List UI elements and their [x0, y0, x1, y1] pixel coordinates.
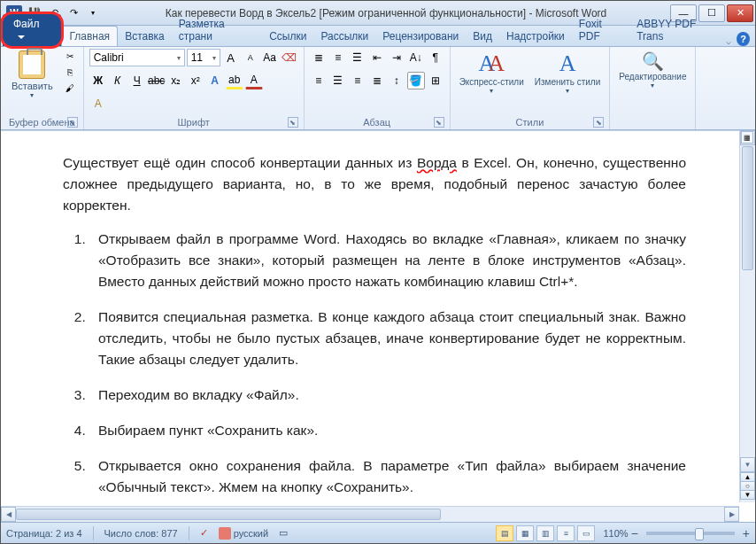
- group-label-styles: Стили⬊: [456, 115, 605, 129]
- help-icon[interactable]: ?: [737, 32, 750, 46]
- clipboard-launcher-icon[interactable]: ⬊: [67, 117, 78, 128]
- file-tab[interactable]: Файл: [3, 14, 61, 46]
- text-effects-icon[interactable]: A: [206, 72, 224, 89]
- web-view-icon[interactable]: ▥: [536, 525, 554, 541]
- tab-addins[interactable]: Надстройки: [499, 27, 572, 46]
- borders-icon[interactable]: ⊞: [427, 72, 444, 89]
- align-center-icon[interactable]: ☰: [329, 72, 347, 89]
- horizontal-scrollbar[interactable]: ◀ ▶: [1, 506, 739, 522]
- subscript-icon[interactable]: x₂: [167, 72, 185, 89]
- list-item: Открывается окно сохранения файла. В пар…: [89, 455, 686, 498]
- word-count[interactable]: Число слов: 877: [104, 528, 178, 539]
- change-styles-button[interactable]: A Изменить стили▾: [531, 49, 604, 97]
- tab-home[interactable]: Главная: [61, 26, 118, 46]
- tab-insert[interactable]: Вставка: [118, 27, 172, 46]
- scroll-left-icon[interactable]: ◀: [1, 507, 16, 522]
- align-justify-icon[interactable]: ≣: [368, 72, 386, 89]
- shading-icon[interactable]: 🪣: [407, 72, 425, 89]
- list-item: Выбираем пункт «Сохранить как».: [89, 420, 686, 441]
- group-clipboard: Вставить ▾ ✂ ⎘ 🖌 Буфер обмена⬊: [1, 47, 84, 129]
- format-painter-icon[interactable]: 🖌: [62, 81, 78, 95]
- copy-icon[interactable]: ⎘: [62, 65, 78, 79]
- align-left-icon[interactable]: ≡: [310, 72, 328, 89]
- align-right-icon[interactable]: ≡: [349, 72, 366, 89]
- group-label-editing: [615, 115, 690, 129]
- status-bar: Страница: 2 из 4 Число слов: 877 ✓ русск…: [1, 522, 755, 543]
- numbering-icon[interactable]: ≡: [329, 49, 347, 66]
- tab-foxit[interactable]: Foxit PDF: [572, 14, 629, 46]
- paragraph-launcher-icon[interactable]: ⬊: [434, 117, 444, 128]
- sort-icon[interactable]: A↓: [407, 49, 425, 66]
- strike-icon[interactable]: abc: [148, 72, 166, 89]
- scroll-down-icon[interactable]: ▼: [740, 457, 755, 472]
- list-item: Появится специальная разметка. В конце к…: [89, 307, 686, 370]
- tab-mailings[interactable]: Рассылки: [313, 27, 375, 46]
- underline-icon[interactable]: Ч: [128, 72, 146, 89]
- tab-abbyy[interactable]: ABBYY PDF Trans: [629, 14, 726, 46]
- tab-view[interactable]: Вид: [466, 27, 499, 46]
- group-font: Calibri▾ 11▾ A A Aa ⌫ Ж К Ч abc x₂ x² A …: [84, 47, 305, 129]
- group-label-paragraph: Абзац⬊: [310, 115, 444, 129]
- group-styles: AA Экспресс-стили▾ A Изменить стили▾ Сти…: [451, 47, 611, 129]
- document-area[interactable]: Существует ещё один способ конвертации д…: [1, 130, 739, 502]
- list-item: Открываем файл в программе Word. Находяс…: [89, 229, 686, 292]
- line-spacing-icon[interactable]: ↕: [388, 72, 405, 89]
- tab-references[interactable]: Ссылки: [262, 27, 313, 46]
- proofing-icon[interactable]: ✓: [200, 527, 208, 539]
- fullscreen-view-icon[interactable]: ▦: [516, 525, 534, 541]
- clipboard-icon: [19, 51, 45, 79]
- group-label-clipboard: Буфер обмена⬊: [6, 115, 78, 129]
- tab-page-layout[interactable]: Разметка страни: [172, 14, 262, 46]
- scroll-thumb[interactable]: [742, 146, 753, 270]
- ribbon-minimize-icon[interactable]: ⌵: [726, 36, 731, 46]
- indent-left-icon[interactable]: ⇤: [368, 49, 386, 66]
- paste-label: Вставить: [12, 81, 53, 91]
- indent-right-icon[interactable]: ⇥: [388, 49, 405, 66]
- cut-icon[interactable]: ✂: [62, 49, 78, 63]
- redo-icon[interactable]: ↷: [65, 4, 82, 22]
- editing-button[interactable]: 🔍 Редактирование▾: [615, 49, 690, 91]
- highlight-color-icon[interactable]: ab: [226, 72, 243, 89]
- ribbon-tabs: Файл Главная Вставка Разметка страни Ссы…: [1, 26, 755, 47]
- next-page-icon[interactable]: ▼: [740, 490, 755, 500]
- paste-button[interactable]: Вставить ▾: [6, 49, 58, 101]
- clear-format-icon[interactable]: ⌫: [281, 49, 298, 66]
- page-indicator[interactable]: Страница: 2 из 4: [6, 528, 82, 539]
- bullets-icon[interactable]: ≣: [310, 49, 328, 66]
- font-size-combo[interactable]: 11▾: [187, 49, 220, 66]
- scroll-right-icon[interactable]: ▶: [724, 507, 739, 522]
- outline-view-icon[interactable]: ≡: [557, 525, 575, 541]
- hscroll-thumb[interactable]: [16, 509, 441, 520]
- font-name-combo[interactable]: Calibri▾: [89, 49, 185, 66]
- italic-icon[interactable]: К: [109, 72, 127, 89]
- styles-launcher-icon[interactable]: ⬊: [593, 117, 604, 128]
- print-layout-view-icon[interactable]: ▤: [496, 525, 513, 541]
- list-item: Переходим во вкладку «Файл».: [89, 385, 686, 406]
- superscript-icon[interactable]: x²: [187, 72, 204, 89]
- grow-font-icon[interactable]: A: [222, 49, 240, 66]
- language-indicator[interactable]: русский: [219, 527, 268, 540]
- qat-customize-icon[interactable]: ▾: [84, 4, 102, 22]
- zoom-in-icon[interactable]: +: [743, 526, 750, 540]
- tab-review[interactable]: Рецензировани: [375, 27, 466, 46]
- font-color-icon[interactable]: A: [245, 72, 263, 89]
- draft-view-icon[interactable]: ▭: [577, 525, 595, 541]
- show-marks-icon[interactable]: ¶: [427, 49, 444, 66]
- multilevel-icon[interactable]: ☰: [349, 49, 366, 66]
- quick-styles-button[interactable]: AA Экспресс-стили▾: [456, 49, 528, 97]
- vertical-scrollbar[interactable]: ▲ ▼ ▲ ○ ▼: [739, 130, 755, 502]
- zoom-level[interactable]: 110%: [603, 528, 628, 539]
- zoom-slider[interactable]: [646, 532, 735, 535]
- group-editing: 🔍 Редактирование▾: [610, 47, 696, 129]
- ruler-toggle-icon[interactable]: ▦: [741, 131, 753, 144]
- zoom-out-icon[interactable]: −: [631, 526, 638, 540]
- bold-icon[interactable]: Ж: [89, 72, 107, 89]
- close-button[interactable]: ✕: [727, 4, 753, 22]
- font-launcher-icon[interactable]: ⬊: [288, 117, 298, 128]
- numbered-list: Открываем файл в программе Word. Находяс…: [89, 229, 686, 498]
- text-effect2-icon[interactable]: A: [89, 95, 107, 113]
- shrink-font-icon[interactable]: A: [242, 49, 259, 66]
- insert-mode-icon[interactable]: ▭: [279, 527, 288, 539]
- change-case-icon[interactable]: Aa: [261, 49, 279, 66]
- intro-paragraph: Существует ещё один способ конвертации д…: [63, 152, 686, 216]
